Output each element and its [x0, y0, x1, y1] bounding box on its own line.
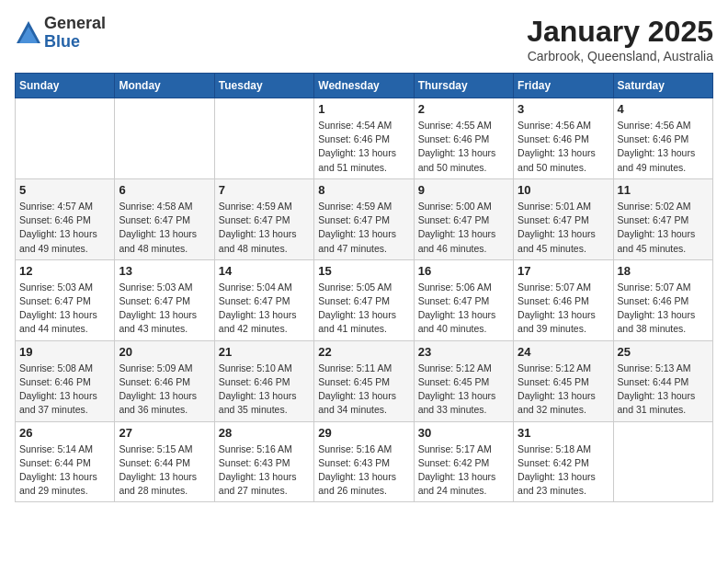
day-number: 7 [219, 183, 310, 197]
day-number: 10 [518, 183, 609, 197]
day-number: 16 [418, 264, 509, 278]
calendar-cell: 2Sunrise: 4:55 AM Sunset: 6:46 PM Daylig… [414, 98, 513, 179]
day-number: 9 [418, 183, 509, 197]
day-info: Sunrise: 5:00 AM Sunset: 6:47 PM Dayligh… [418, 200, 509, 256]
calendar-cell: 16Sunrise: 5:06 AM Sunset: 6:47 PM Dayli… [414, 259, 513, 340]
day-number: 31 [518, 426, 609, 440]
day-number: 26 [19, 426, 110, 440]
week-row-5: 26Sunrise: 5:14 AM Sunset: 6:44 PM Dayli… [16, 421, 713, 502]
calendar-cell: 22Sunrise: 5:11 AM Sunset: 6:45 PM Dayli… [314, 340, 414, 421]
weekday-monday: Monday [115, 74, 214, 98]
day-info: Sunrise: 5:08 AM Sunset: 6:46 PM Dayligh… [19, 362, 110, 418]
calendar-cell: 17Sunrise: 5:07 AM Sunset: 6:46 PM Dayli… [514, 259, 613, 340]
day-info: Sunrise: 5:12 AM Sunset: 6:45 PM Dayligh… [418, 362, 509, 418]
day-info: Sunrise: 5:16 AM Sunset: 6:43 PM Dayligh… [318, 442, 409, 499]
day-info: Sunrise: 5:16 AM Sunset: 6:43 PM Dayligh… [219, 442, 310, 499]
day-number: 28 [219, 426, 310, 440]
calendar-cell: 15Sunrise: 5:05 AM Sunset: 6:47 PM Dayli… [314, 259, 414, 340]
calendar-cell: 18Sunrise: 5:07 AM Sunset: 6:46 PM Dayli… [613, 259, 712, 340]
day-info: Sunrise: 5:13 AM Sunset: 6:44 PM Dayligh… [618, 362, 709, 418]
day-number: 21 [219, 345, 310, 359]
day-number: 30 [418, 426, 509, 440]
title-block: January 2025 Carbrook, Queensland, Austr… [527, 15, 713, 63]
day-info: Sunrise: 5:14 AM Sunset: 6:44 PM Dayligh… [19, 442, 110, 499]
calendar-cell: 19Sunrise: 5:08 AM Sunset: 6:46 PM Dayli… [16, 340, 115, 421]
day-info: Sunrise: 5:03 AM Sunset: 6:47 PM Dayligh… [119, 281, 210, 337]
day-number: 14 [219, 264, 310, 278]
calendar-cell: 1Sunrise: 4:54 AM Sunset: 6:46 PM Daylig… [314, 98, 414, 179]
day-number: 24 [518, 345, 609, 359]
day-number: 23 [418, 345, 509, 359]
day-info: Sunrise: 5:18 AM Sunset: 6:42 PM Dayligh… [518, 442, 609, 499]
calendar-cell: 10Sunrise: 5:01 AM Sunset: 6:47 PM Dayli… [514, 178, 613, 259]
logo-icon [15, 19, 42, 47]
day-info: Sunrise: 5:02 AM Sunset: 6:47 PM Dayligh… [618, 200, 709, 256]
month-title: January 2025 [527, 15, 713, 49]
calendar-cell [115, 98, 214, 179]
weekday-thursday: Thursday [414, 74, 513, 98]
day-info: Sunrise: 5:07 AM Sunset: 6:46 PM Dayligh… [618, 281, 709, 337]
day-info: Sunrise: 5:17 AM Sunset: 6:42 PM Dayligh… [418, 442, 509, 499]
calendar-cell: 11Sunrise: 5:02 AM Sunset: 6:47 PM Dayli… [613, 178, 712, 259]
day-info: Sunrise: 4:55 AM Sunset: 6:46 PM Dayligh… [418, 119, 509, 175]
calendar-cell: 6Sunrise: 4:58 AM Sunset: 6:47 PM Daylig… [115, 178, 214, 259]
day-info: Sunrise: 5:10 AM Sunset: 6:46 PM Dayligh… [219, 362, 310, 418]
day-number: 1 [318, 102, 409, 116]
week-row-1: 1Sunrise: 4:54 AM Sunset: 6:46 PM Daylig… [16, 98, 713, 179]
day-info: Sunrise: 5:06 AM Sunset: 6:47 PM Dayligh… [418, 281, 509, 337]
day-number: 5 [19, 183, 110, 197]
week-row-3: 12Sunrise: 5:03 AM Sunset: 6:47 PM Dayli… [16, 259, 713, 340]
day-number: 2 [418, 102, 509, 116]
calendar-body: 1Sunrise: 4:54 AM Sunset: 6:46 PM Daylig… [16, 98, 713, 502]
calendar-cell: 20Sunrise: 5:09 AM Sunset: 6:46 PM Dayli… [115, 340, 214, 421]
day-number: 22 [318, 345, 409, 359]
calendar-cell: 7Sunrise: 4:59 AM Sunset: 6:47 PM Daylig… [214, 178, 313, 259]
calendar-cell: 12Sunrise: 5:03 AM Sunset: 6:47 PM Dayli… [16, 259, 115, 340]
day-info: Sunrise: 5:09 AM Sunset: 6:46 PM Dayligh… [119, 362, 210, 418]
calendar-cell [613, 421, 712, 502]
day-number: 3 [518, 102, 609, 116]
calendar-cell: 30Sunrise: 5:17 AM Sunset: 6:42 PM Dayli… [414, 421, 513, 502]
day-info: Sunrise: 4:56 AM Sunset: 6:46 PM Dayligh… [618, 119, 709, 175]
calendar-cell: 27Sunrise: 5:15 AM Sunset: 6:44 PM Dayli… [115, 421, 214, 502]
calendar-cell: 4Sunrise: 4:56 AM Sunset: 6:46 PM Daylig… [613, 98, 712, 179]
day-info: Sunrise: 4:59 AM Sunset: 6:47 PM Dayligh… [318, 200, 409, 256]
day-info: Sunrise: 5:11 AM Sunset: 6:45 PM Dayligh… [318, 362, 409, 418]
day-number: 20 [119, 345, 210, 359]
calendar-cell: 21Sunrise: 5:10 AM Sunset: 6:46 PM Dayli… [214, 340, 313, 421]
day-info: Sunrise: 4:59 AM Sunset: 6:47 PM Dayligh… [219, 200, 310, 256]
calendar-cell: 31Sunrise: 5:18 AM Sunset: 6:42 PM Dayli… [514, 421, 613, 502]
calendar-cell: 3Sunrise: 4:56 AM Sunset: 6:46 PM Daylig… [514, 98, 613, 179]
day-info: Sunrise: 5:15 AM Sunset: 6:44 PM Dayligh… [119, 442, 210, 499]
logo: General Blue [15, 15, 106, 52]
location-subtitle: Carbrook, Queensland, Australia [527, 49, 713, 63]
weekday-tuesday: Tuesday [214, 74, 313, 98]
day-info: Sunrise: 4:56 AM Sunset: 6:46 PM Dayligh… [518, 119, 609, 175]
calendar-cell: 26Sunrise: 5:14 AM Sunset: 6:44 PM Dayli… [16, 421, 115, 502]
day-number: 8 [318, 183, 409, 197]
calendar-cell [214, 98, 313, 179]
calendar-cell: 24Sunrise: 5:12 AM Sunset: 6:45 PM Dayli… [514, 340, 613, 421]
day-number: 27 [119, 426, 210, 440]
day-number: 11 [618, 183, 709, 197]
calendar-cell: 29Sunrise: 5:16 AM Sunset: 6:43 PM Dayli… [314, 421, 414, 502]
logo-general: General [44, 14, 106, 32]
day-number: 18 [618, 264, 709, 278]
weekday-header-row: SundayMondayTuesdayWednesdayThursdayFrid… [16, 74, 713, 98]
day-number: 12 [19, 264, 110, 278]
day-info: Sunrise: 5:07 AM Sunset: 6:46 PM Dayligh… [518, 281, 609, 337]
calendar-cell: 13Sunrise: 5:03 AM Sunset: 6:47 PM Dayli… [115, 259, 214, 340]
calendar-cell: 9Sunrise: 5:00 AM Sunset: 6:47 PM Daylig… [414, 178, 513, 259]
day-number: 19 [19, 345, 110, 359]
day-number: 17 [518, 264, 609, 278]
day-info: Sunrise: 5:01 AM Sunset: 6:47 PM Dayligh… [518, 200, 609, 256]
weekday-friday: Friday [514, 74, 613, 98]
weekday-sunday: Sunday [16, 74, 115, 98]
day-info: Sunrise: 5:04 AM Sunset: 6:47 PM Dayligh… [219, 281, 310, 337]
calendar-cell: 23Sunrise: 5:12 AM Sunset: 6:45 PM Dayli… [414, 340, 513, 421]
weekday-saturday: Saturday [613, 74, 712, 98]
calendar-cell: 28Sunrise: 5:16 AM Sunset: 6:43 PM Dayli… [214, 421, 313, 502]
calendar-cell: 5Sunrise: 4:57 AM Sunset: 6:46 PM Daylig… [16, 178, 115, 259]
calendar-cell [16, 98, 115, 179]
day-info: Sunrise: 4:57 AM Sunset: 6:46 PM Dayligh… [19, 200, 110, 256]
